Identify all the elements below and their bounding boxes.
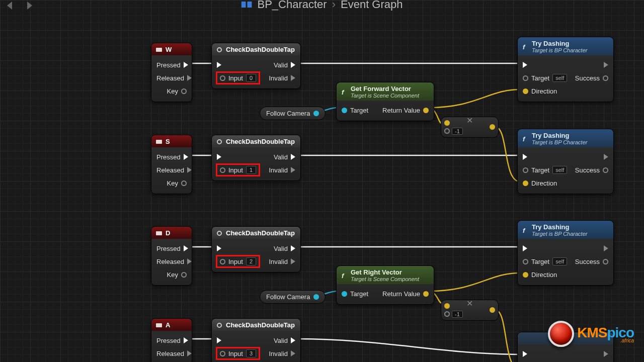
data-in-pin[interactable] [220,351,225,356]
exec-out-pin[interactable] [604,351,608,357]
data-out-pin[interactable] [490,124,495,130]
input-index-value[interactable]: 1 [246,166,256,174]
checkdash-node[interactable]: CheckDashDoubleTap Valid Input3Invalid [211,318,301,362]
data-in-pin[interactable] [444,311,450,317]
checkdash-node[interactable]: CheckDashDoubleTap Valid Input1Invalid [211,135,301,181]
multiply-node[interactable]: ✕ -1 [441,117,499,138]
data-out-pin[interactable] [181,180,187,186]
get-right-vector-node[interactable]: f Get Right Vector Target is Scene Compo… [336,265,434,305]
exec-out-pin[interactable] [187,75,192,81]
exec-in-pin[interactable] [217,337,221,343]
exec-in-pin[interactable] [523,154,527,160]
exec-out-pin[interactable] [291,154,295,160]
exec-in-pin[interactable] [523,245,527,251]
exec-out-pin[interactable] [291,350,295,356]
self-value[interactable]: self [552,74,567,82]
multiply-constant[interactable]: -1 [452,311,463,318]
data-out-pin[interactable] [423,291,429,297]
nav-back-button[interactable] [5,0,18,12]
graph-canvas[interactable]: W Pressed Released Key CheckDashDoubleTa… [0,18,644,362]
try-dashing-node[interactable]: f Try Dashing Target is BP Character Tar… [517,129,614,194]
svg-point-9 [217,323,221,327]
data-in-pin[interactable] [523,75,528,81]
exec-out-pin[interactable] [604,62,608,68]
data-in-pin[interactable] [523,88,528,94]
exec-in-pin[interactable] [523,62,527,68]
data-out-pin[interactable] [181,88,187,94]
data-out-pin[interactable] [423,108,429,113]
data-in-pin[interactable] [444,128,450,134]
data-in-pin[interactable] [220,167,225,173]
data-in-pin[interactable] [444,303,450,309]
multiply-constant[interactable]: -1 [452,128,463,135]
data-in-pin[interactable] [523,259,528,264]
input-event-node-s[interactable]: S Pressed Released Key [151,135,192,194]
input-index-value[interactable]: 3 [246,349,256,357]
node-title: CheckDashDoubleTap [226,138,295,145]
pin-invalid-label: Invalid [269,166,288,174]
svg-text:f: f [342,272,345,279]
input-event-node-a[interactable]: A Pressed Released [151,318,192,362]
data-in-pin[interactable] [342,291,347,297]
data-in-pin[interactable] [220,75,225,81]
data-out-pin[interactable] [603,167,608,173]
exec-in-pin[interactable] [217,245,221,251]
breadcrumb-graph[interactable]: Event Graph [341,0,403,11]
data-out-pin[interactable] [603,259,608,264]
exec-out-pin[interactable] [184,154,188,160]
data-out-pin[interactable] [313,111,319,116]
input-index-value[interactable]: 0 [246,74,256,82]
nav-forward-button[interactable] [24,0,37,12]
checkdash-node[interactable]: CheckDashDoubleTap Valid Input2Invalid [211,226,301,273]
exec-out-pin[interactable] [187,258,192,264]
exec-out-pin[interactable] [187,350,192,356]
exec-out-pin[interactable] [604,245,608,251]
self-value[interactable]: self [552,166,567,174]
exec-out-pin[interactable] [291,337,295,343]
exec-out-pin[interactable] [291,62,295,68]
data-in-pin[interactable] [523,272,528,278]
data-in-pin[interactable] [220,259,225,264]
checkdash-node[interactable]: CheckDashDoubleTap Valid Input0Invalid [211,43,301,89]
exec-out-pin[interactable] [184,62,188,68]
pin-key-label: Key [167,271,178,279]
data-in-pin[interactable] [444,120,450,126]
exec-out-pin[interactable] [291,167,295,173]
exec-out-pin[interactable] [187,167,192,173]
input-event-node-w[interactable]: W Pressed Released Key [151,43,192,102]
pin-valid-label: Valid [274,153,288,161]
variable-node-follow-camera[interactable]: Follow Camera [260,107,326,120]
exec-out-pin[interactable] [291,75,295,81]
pin-direction-label: Direction [531,271,557,279]
try-dashing-node[interactable]: f Try Dashing Target is BP Character Tar… [517,37,614,102]
data-in-pin[interactable] [523,167,528,173]
self-value[interactable]: self [552,257,567,265]
exec-out-pin[interactable] [291,245,295,251]
node-title: CheckDashDoubleTap [226,229,295,237]
data-out-pin[interactable] [490,307,495,313]
exec-out-pin[interactable] [604,154,608,160]
input-event-node-d[interactable]: D Pressed Released Key [151,226,192,286]
exec-in-pin[interactable] [217,154,221,160]
breadcrumb-asset[interactable]: BP_Character [257,0,327,11]
data-out-pin[interactable] [181,272,187,278]
svg-rect-0 [241,2,246,8]
exec-out-pin[interactable] [184,337,188,343]
exec-out-pin[interactable] [291,258,295,264]
multiply-node[interactable]: ✕ -1 [441,300,499,321]
data-out-pin[interactable] [313,294,319,300]
exec-out-pin[interactable] [184,245,188,251]
data-out-pin[interactable] [603,75,608,81]
input-index-value[interactable]: 2 [246,257,256,265]
pin-target-label: Target [350,107,368,114]
pin-direction-label: Direction [531,179,557,187]
data-in-pin[interactable] [523,180,528,186]
multiply-icon: ✕ [466,299,473,308]
get-forward-vector-node[interactable]: f Get Forward Vector Target is Scene Com… [336,82,434,121]
try-dashing-node[interactable]: f Try Dashing Target is BP Character Tar… [517,220,614,286]
exec-in-pin[interactable] [523,351,527,357]
data-in-pin[interactable] [342,108,347,113]
exec-in-pin[interactable] [217,62,221,68]
variable-node-follow-camera[interactable]: Follow Camera [260,290,326,304]
input-pin-group-highlighted: Input1 [217,164,259,175]
